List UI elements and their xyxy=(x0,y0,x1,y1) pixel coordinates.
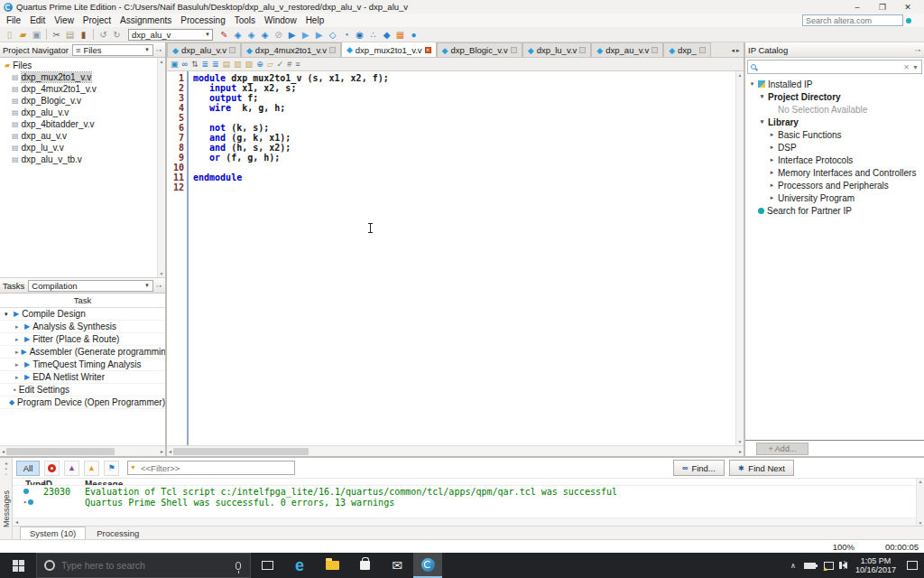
editor-tab[interactable]: ◆dxp_mux2to1_v.v✕ xyxy=(341,42,437,57)
programmer-icon[interactable]: ◆ xyxy=(380,28,393,42)
code-text[interactable]: module dxp_mux2to1_v (s, x1, x2, f); inp… xyxy=(189,71,735,445)
filter-critical-warnings-button[interactable]: ▲ xyxy=(64,461,79,476)
new-file-icon[interactable]: ▯ xyxy=(3,28,16,42)
minimize-button[interactable]: – xyxy=(845,3,870,12)
tree-arrow-icon[interactable]: ▸ xyxy=(769,131,775,138)
rtl-viewer-icon[interactable]: ∴ xyxy=(366,28,380,42)
messages-hscrollbar[interactable]: ◂ xyxy=(13,517,916,526)
paste-icon[interactable]: ▮ xyxy=(77,28,90,42)
ratio-icon[interactable]: # xyxy=(287,59,291,70)
menu-processing[interactable]: Processing xyxy=(176,15,229,25)
editor-tab[interactable]: ◆dxp_au_v.v xyxy=(591,42,663,57)
action-center-icon[interactable] xyxy=(907,561,918,570)
tree-arrow-icon[interactable]: ▸ xyxy=(769,144,775,151)
expand-arrow-icon[interactable]: ▸ xyxy=(15,374,22,381)
maximize-button[interactable]: ❐ xyxy=(870,3,895,12)
find-button[interactable]: ∞ Find... xyxy=(673,460,725,476)
add-ip-button[interactable]: + Add... xyxy=(756,443,808,455)
file-item[interactable]: ▤dxp_4mux2to1_v.v xyxy=(0,83,165,95)
task-view-button[interactable] xyxy=(251,553,283,578)
indent-icon[interactable]: ≣ xyxy=(201,59,208,70)
chip-planner-icon[interactable]: ▦ xyxy=(393,28,407,42)
close-button[interactable]: ✕ xyxy=(895,3,920,12)
pin-planner-icon[interactable]: ◈ xyxy=(258,28,272,42)
file-item[interactable]: ▤dxp_lu_v.v xyxy=(0,142,165,154)
menu-project[interactable]: Project xyxy=(79,15,116,25)
bookmark-prev-icon[interactable]: ▧ xyxy=(245,59,254,70)
battery-icon[interactable] xyxy=(804,563,816,569)
ip-tree-item[interactable]: ▸Memory Interfaces and Controllers xyxy=(745,166,924,179)
expand-arrow-icon[interactable]: ▾ xyxy=(5,311,11,318)
menu-assignments[interactable]: Assignments xyxy=(116,15,176,25)
editor-tab[interactable]: ◆dxp_alu_v.v xyxy=(167,42,241,57)
ip-tree-item[interactable]: ▸Processors and Peripherals xyxy=(745,179,924,191)
ip-tree-item[interactable]: ▸DSP xyxy=(745,141,924,154)
file-item[interactable]: ▤dxp_4bitadder_v.v xyxy=(0,118,165,130)
pin-assignments-icon[interactable]: ✎ xyxy=(217,28,231,42)
current-file-icon[interactable]: ▣ xyxy=(171,59,179,70)
file-explorer-button[interactable] xyxy=(316,553,348,578)
editor-tab[interactable]: ◆dxp_4mux2to1_v.v xyxy=(241,42,341,57)
ip-search-box[interactable]: ✕ ▼ xyxy=(747,60,922,74)
menu-help[interactable]: Help xyxy=(301,15,329,25)
file-item[interactable]: ▤dxp_mux2to1_v.v xyxy=(0,71,165,83)
file-item[interactable]: ▤dxp_au_v.v xyxy=(0,130,165,142)
tree-arrow-icon[interactable]: ▾ xyxy=(749,80,755,88)
task-item[interactable]: ▸▶TimeQuest Timing Analysis xyxy=(0,359,165,371)
tab-close-icon[interactable] xyxy=(329,47,336,53)
code-editor[interactable]: 123456789101112 module dxp_mux2to1_v (s,… xyxy=(167,71,744,445)
navigator-mode-combo[interactable]: ≡ Files ▼ xyxy=(72,44,153,56)
tab-scroll-arrows[interactable]: ◂ ▸ xyxy=(727,42,744,58)
copy-icon[interactable]: ▤ xyxy=(63,28,77,42)
expand-arrow-icon[interactable]: ▸ xyxy=(15,336,22,343)
panel-header-icons[interactable]: ▫▪ xyxy=(156,47,162,53)
task-item[interactable]: ▸▶Fitter (Place & Route) xyxy=(0,333,165,346)
comment-icon[interactable]: ⊕ xyxy=(256,59,263,70)
tab-close-icon[interactable] xyxy=(229,47,236,53)
files-scrollbar[interactable]: ▲▼ xyxy=(157,58,165,277)
analysis-synthesis-icon[interactable]: ▶ xyxy=(299,28,312,42)
tasks-flow-combo[interactable]: Compilation ▼ xyxy=(28,280,153,292)
ip-tree-item[interactable]: No Selection Available xyxy=(745,103,924,116)
messages-tab-system-10-[interactable]: System (10) xyxy=(20,527,86,539)
tab-close-icon[interactable]: ✕ xyxy=(425,47,431,53)
find-next-button[interactable]: ∗ Find Next xyxy=(729,460,794,476)
outdent-icon[interactable]: ≣ xyxy=(212,59,219,70)
tab-close-icon[interactable] xyxy=(651,47,658,53)
task-item[interactable]: ◆Program Device (Open Programmer) xyxy=(0,396,165,409)
wrap-lines-icon[interactable]: ≡ xyxy=(295,59,300,70)
message-filter-input[interactable] xyxy=(127,461,295,475)
editor-tab[interactable]: ◆dxp_ xyxy=(663,42,711,57)
files-root-row[interactable]: ▰ Files xyxy=(0,60,165,71)
redo-icon[interactable]: ↻ xyxy=(110,28,124,42)
project-selector-combo[interactable]: dxp_alu_v ▼ xyxy=(128,29,213,41)
message-row[interactable]: 23030Evaluation of Tcl script c:/intelfp… xyxy=(13,486,924,497)
menu-window[interactable]: Window xyxy=(260,15,301,25)
task-item[interactable]: ▸▶Analysis & Synthesis xyxy=(0,321,165,333)
timing-analysis-icon[interactable]: ▶ xyxy=(312,28,326,42)
ip-tree-item[interactable]: ▾Project Directory xyxy=(745,90,924,103)
menu-edit[interactable]: Edit xyxy=(25,15,50,25)
task-item[interactable]: ▸▶Assembler (Generate programming xyxy=(0,346,165,359)
cut-icon[interactable]: ✂ xyxy=(50,28,63,42)
message-row[interactable]: ▸ Quartus Prime Shell was successful. 0 … xyxy=(13,497,924,508)
clear-icon[interactable]: ✕ xyxy=(903,63,910,71)
tray-expand-icon[interactable]: ∧ xyxy=(790,562,796,570)
editor-hscrollbar[interactable]: ◂▸ xyxy=(167,445,744,456)
start-compilation-icon[interactable]: ▶ xyxy=(285,28,299,42)
tasks-header-icons[interactable]: ▫▪ xyxy=(156,283,162,289)
file-item[interactable]: ▤dxp_alu_v.v xyxy=(0,107,165,118)
task-item[interactable]: ▾▶Compile Design xyxy=(0,308,165,321)
microphone-icon[interactable] xyxy=(236,562,241,570)
tree-arrow-icon[interactable]: ▸ xyxy=(769,194,775,201)
menu-tools[interactable]: Tools xyxy=(230,15,260,25)
taskbar-clock[interactable]: 1:05 PM 10/16/2017 xyxy=(855,556,896,574)
expand-arrow-icon[interactable]: ▸ xyxy=(15,349,19,356)
editor-tab[interactable]: ◆dxp_Blogic_v.v xyxy=(437,42,522,57)
tab-close-icon[interactable] xyxy=(511,47,517,53)
tree-arrow-icon[interactable]: ▸ xyxy=(769,169,775,176)
find-icon[interactable]: ∞ xyxy=(182,59,188,70)
ip-tree-item[interactable]: Search for Partner IP xyxy=(745,204,924,217)
tab-close-icon[interactable] xyxy=(699,47,706,53)
ip-header-icons[interactable]: ▫▪ xyxy=(915,47,921,53)
